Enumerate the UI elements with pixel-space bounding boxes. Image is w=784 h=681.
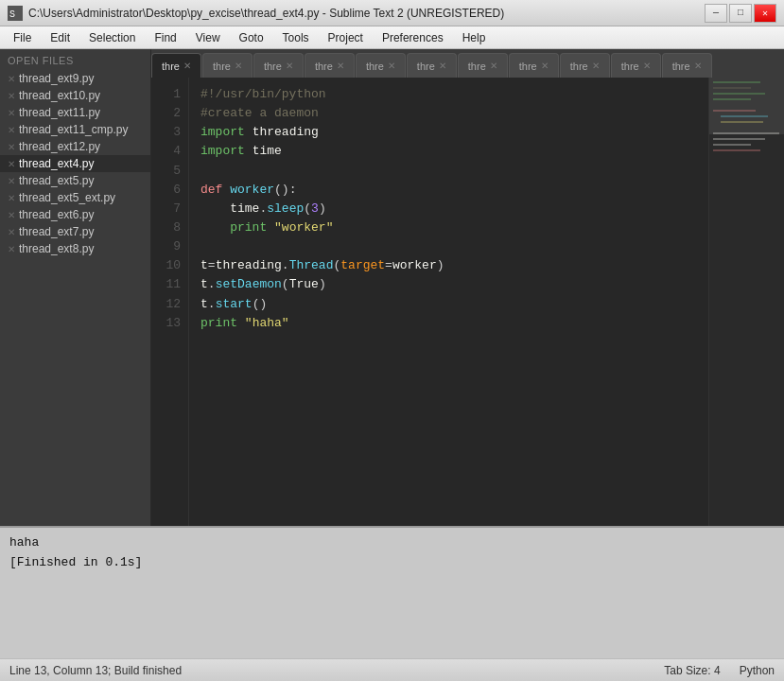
line-number-8: 8 [159,218,181,237]
line-number-1: 1 [159,85,181,104]
svg-rect-11 [713,144,751,146]
file-close-icon[interactable]: ✕ [8,176,15,186]
svg-rect-9 [713,132,779,134]
line-number-9: 9 [159,237,181,256]
svg-rect-3 [713,87,751,89]
minimize-button[interactable]: — [705,4,727,23]
code-container: 12345678910111213 #!/usr/bin/python #cre… [151,78,784,526]
svg-rect-5 [713,98,751,100]
menu-item-selection[interactable]: Selection [79,26,145,48]
editor-tab-3[interactable]: thre✕ [305,53,355,78]
file-close-icon[interactable]: ✕ [8,210,15,220]
tab-close-icon[interactable]: ✕ [183,61,191,71]
tab-close-icon[interactable]: ✕ [439,61,446,71]
tab-label: thre [672,61,690,72]
open-files-label: OPEN FILES [0,49,150,70]
line-number-6: 6 [159,181,181,200]
sidebar: OPEN FILES ✕thread_ext9.py✕thread_ext10.… [0,49,151,526]
editor-tab-1[interactable]: thre✕ [202,53,253,78]
sidebar-file-thread_ext9-py[interactable]: ✕thread_ext9.py [0,70,150,87]
tab-close-icon[interactable]: ✕ [592,61,600,71]
menu-item-project[interactable]: Project [319,26,373,48]
svg-rect-4 [713,93,765,95]
file-close-icon[interactable]: ✕ [8,244,15,254]
file-close-icon[interactable]: ✕ [8,91,15,101]
tab-label: thre [162,61,180,72]
editor-tab-0[interactable]: thre✕ [151,53,201,78]
file-close-icon[interactable]: ✕ [8,142,15,152]
line-number-2: 2 [159,104,181,123]
close-button[interactable]: ✕ [754,4,776,23]
output-line: [Finished in 0.1s] [9,553,775,573]
menu-item-edit[interactable]: Edit [41,26,79,48]
menu-item-goto[interactable]: Goto [230,26,273,48]
sidebar-file-thread_ext11_cmp-py[interactable]: ✕thread_ext11_cmp.py [0,121,150,138]
menu-item-tools[interactable]: Tools [273,26,319,48]
editor-tab-10[interactable]: thre✕ [662,53,712,78]
editor-tab-6[interactable]: thre✕ [458,53,508,78]
sidebar-file-thread_ext12-py[interactable]: ✕thread_ext12.py [0,138,150,155]
app-icon: S [8,6,23,21]
editor-tab-5[interactable]: thre✕ [407,53,457,78]
window-controls: — □ ✕ [705,4,776,23]
code-editor[interactable]: #!/usr/bin/python #create a daemon impor… [189,78,708,526]
sidebar-file-thread_ext4-py[interactable]: ✕thread_ext4.py [0,155,150,172]
sidebar-file-thread_ext10-py[interactable]: ✕thread_ext10.py [0,87,150,104]
tab-close-icon[interactable]: ✕ [286,61,293,71]
tabs-bar: thre✕thre✕thre✕thre✕thre✕thre✕thre✕thre✕… [151,49,784,78]
menu-item-preferences[interactable]: Preferences [373,26,453,48]
file-close-icon[interactable]: ✕ [8,193,15,203]
menu-bar: FileEditSelectionFindViewGotoToolsProjec… [0,26,784,49]
maximize-button[interactable]: □ [729,4,752,23]
line-number-3: 3 [159,123,181,142]
main-container: OPEN FILES ✕thread_ext9.py✕thread_ext10.… [0,49,784,658]
editor-tab-8[interactable]: thre✕ [560,53,610,78]
svg-rect-2 [713,81,760,83]
title-bar: S C:\Users\Administrator\Desktop\py_exci… [0,0,784,26]
sidebar-file-thread_ext11-py[interactable]: ✕thread_ext11.py [0,104,150,121]
status-left: Line 13, Column 13; Build finished [9,664,664,677]
tab-label: thre [315,61,333,72]
tab-close-icon[interactable]: ✕ [235,61,242,71]
svg-rect-8 [721,121,763,123]
sidebar-file-thread_ext5_ext-py[interactable]: ✕thread_ext5_ext.py [0,189,150,206]
tab-label: thre [468,61,486,72]
sidebar-file-thread_ext5-py[interactable]: ✕thread_ext5.py [0,172,150,189]
sidebar-file-thread_ext7-py[interactable]: ✕thread_ext7.py [0,223,150,240]
tab-close-icon[interactable]: ✕ [541,61,549,71]
file-close-icon[interactable]: ✕ [8,227,15,237]
line-number-11: 11 [159,275,181,294]
editor-tab-4[interactable]: thre✕ [356,53,406,78]
editor-panel: thre✕thre✕thre✕thre✕thre✕thre✕thre✕thre✕… [151,49,784,526]
minimap-content [709,78,784,259]
tab-close-icon[interactable]: ✕ [643,61,651,71]
file-close-icon[interactable]: ✕ [8,125,15,135]
language-indicator[interactable]: Python [740,664,775,677]
editor-tab-7[interactable]: thre✕ [509,53,559,78]
tab-close-icon[interactable]: ✕ [694,61,702,71]
tab-close-icon[interactable]: ✕ [490,61,497,71]
menu-item-view[interactable]: View [186,26,230,48]
file-close-icon[interactable]: ✕ [8,108,15,118]
svg-text:S: S [9,9,15,20]
menu-item-help[interactable]: Help [453,26,496,48]
tab-label: thre [519,61,537,72]
editor-tab-2[interactable]: thre✕ [253,53,304,78]
status-bar: Line 13, Column 13; Build finished Tab S… [0,658,784,681]
tab-close-icon[interactable]: ✕ [388,61,395,71]
line-number-13: 13 [159,314,181,333]
output-text: haha[Finished in 0.1s] [9,533,775,573]
file-close-icon[interactable]: ✕ [8,159,15,169]
sidebar-file-thread_ext6-py[interactable]: ✕thread_ext6.py [0,206,150,223]
svg-rect-7 [721,115,768,117]
line-number-5: 5 [159,162,181,181]
editor-tab-9[interactable]: thre✕ [611,53,661,78]
file-close-icon[interactable]: ✕ [8,74,15,84]
svg-rect-12 [713,149,760,151]
menu-item-file[interactable]: File [4,26,41,48]
tab-size-indicator[interactable]: Tab Size: 4 [664,664,720,677]
title-text: C:\Users\Administrator\Desktop\py_excise… [28,7,705,20]
sidebar-file-thread_ext8-py[interactable]: ✕thread_ext8.py [0,240,150,257]
tab-close-icon[interactable]: ✕ [337,61,344,71]
menu-item-find[interactable]: Find [145,26,185,48]
